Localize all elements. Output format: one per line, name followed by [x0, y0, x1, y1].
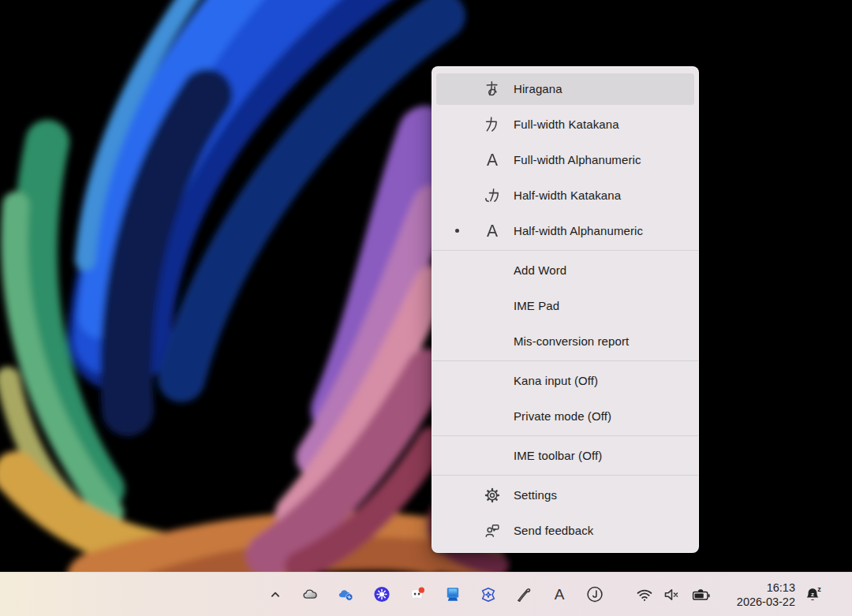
- svg-text:z: z: [817, 584, 821, 592]
- fullwidth-alphanumeric-icon: A: [478, 151, 506, 168]
- fullwidth-katakana-icon: [478, 115, 506, 133]
- menu-item-ime-toolbar[interactable]: IME toolbar (Off): [436, 440, 694, 472]
- battery-charging-icon[interactable]: [691, 585, 712, 604]
- menu-item-label: Send feedback: [514, 524, 593, 537]
- menu-item-kana-input[interactable]: Kana input (Off): [436, 365, 694, 397]
- send-feedback-icon: [478, 522, 506, 539]
- onedrive-cloud-icon[interactable]: [301, 585, 320, 604]
- menu-item-fullwidth-katakana[interactable]: Full-width Katakana: [436, 109, 694, 140]
- menu-item-label: Half-width Alphanumeric: [514, 224, 643, 237]
- system-tray: A: [266, 581, 831, 609]
- ime-context-menu: Hiragana Full-width Katakana A Full-widt…: [432, 66, 699, 553]
- chevron-up-icon[interactable]: [266, 585, 285, 604]
- wifi-icon[interactable]: [634, 585, 655, 604]
- menu-separator: [432, 435, 698, 436]
- selected-dot: [455, 229, 459, 233]
- cloud-sync-icon[interactable]: [337, 585, 356, 604]
- menu-item-label: Hiragana: [514, 82, 562, 95]
- menu-item-private-mode[interactable]: Private mode (Off): [436, 401, 694, 432]
- menu-item-label: Kana input (Off): [514, 374, 598, 387]
- hiragana-icon: [478, 80, 506, 98]
- menu-item-label: Settings: [514, 488, 557, 502]
- blue-monitor-icon[interactable]: [443, 585, 462, 604]
- desktop: Hiragana Full-width Katakana A Full-widt…: [0, 0, 852, 616]
- focus-bell-icon[interactable]: z z: [802, 585, 823, 604]
- menu-item-label: Add Word: [514, 263, 566, 277]
- glyph-a: A: [487, 151, 498, 168]
- menu-item-misconversion-report[interactable]: Mis-conversion report: [436, 326, 694, 357]
- menu-item-add-word[interactable]: Add Word: [436, 255, 694, 286]
- pen-icon[interactable]: [514, 585, 533, 604]
- halfwidth-alphanumeric-icon: A: [478, 222, 506, 239]
- menu-item-label: IME Pad: [514, 299, 559, 312]
- menu-separator: [432, 250, 698, 251]
- radio-slot: [447, 229, 466, 233]
- ime-mode-a-icon[interactable]: A: [550, 585, 569, 604]
- letter-j-circle-icon[interactable]: [585, 585, 604, 604]
- menu-item-halfwidth-alphanumeric[interactable]: A Half-width Alphanumeric: [436, 215, 694, 247]
- menu-item-hiragana[interactable]: Hiragana: [436, 73, 694, 105]
- glyph-a: A: [487, 222, 498, 239]
- menu-item-fullwidth-alphanumeric[interactable]: A Full-width Alphanumeric: [436, 144, 694, 176]
- taskbar: A: [0, 572, 852, 616]
- taskbar-clock[interactable]: 16:13 2026-03-22: [723, 581, 795, 609]
- discord-icon[interactable]: [408, 585, 427, 604]
- settings-gear-icon: [478, 487, 506, 504]
- menu-item-label: IME toolbar (Off): [514, 449, 602, 462]
- svg-text:z: z: [811, 590, 814, 597]
- menu-item-send-feedback[interactable]: Send feedback: [436, 515, 694, 547]
- volume-mute-icon[interactable]: [661, 585, 682, 604]
- menu-item-label: Full-width Katakana: [514, 118, 619, 131]
- indigo-flower-icon[interactable]: [372, 585, 391, 604]
- menu-item-label: Mis-conversion report: [514, 334, 629, 348]
- menu-separator: [432, 475, 698, 476]
- ime-mode-letter: A: [555, 587, 565, 602]
- menu-separator: [432, 360, 698, 361]
- menu-item-label: Half-width Katakana: [514, 189, 621, 202]
- box-sparkle-icon[interactable]: [479, 585, 498, 604]
- menu-item-settings[interactable]: Settings: [436, 480, 694, 511]
- clock-time: 16:13: [723, 581, 795, 595]
- menu-item-label: Private mode (Off): [514, 409, 611, 423]
- halfwidth-katakana-icon: [478, 186, 506, 204]
- clock-date: 2026-03-22: [723, 595, 795, 609]
- menu-item-label: Full-width Alphanumeric: [514, 153, 641, 166]
- menu-item-ime-pad[interactable]: IME Pad: [436, 290, 694, 322]
- menu-item-halfwidth-katakana[interactable]: Half-width Katakana: [436, 180, 694, 211]
